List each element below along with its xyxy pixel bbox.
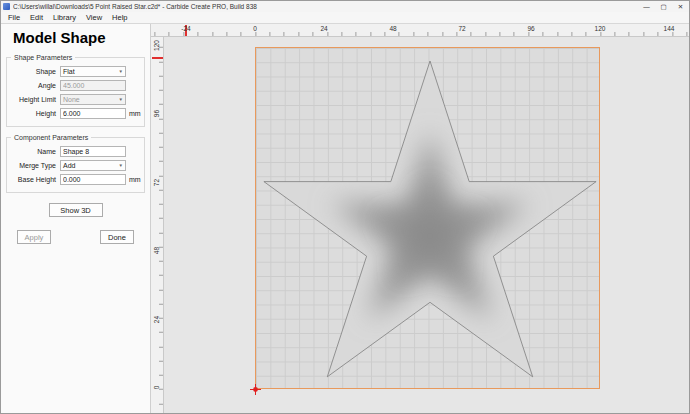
height-limit-label: Height Limit — [10, 96, 56, 103]
done-button[interactable]: Done — [100, 230, 134, 244]
panel-title: Model Shape — [13, 29, 150, 46]
close-button[interactable]: ✕ — [672, 1, 689, 12]
shape-select[interactable]: Flat ▼ — [60, 66, 126, 77]
field-row: Height mm — [10, 108, 141, 119]
origin-marker — [250, 384, 261, 395]
height-unit: mm — [129, 110, 141, 117]
menu-bar: FileEditLibraryViewHelp — [1, 12, 689, 24]
model-shape-panel: Model Shape Shape Parameters Shape Flat … — [1, 24, 151, 413]
ruler-top: -24024487296120144 — [151, 24, 689, 37]
shape-select-value: Flat — [63, 68, 75, 75]
field-row: Name — [10, 146, 141, 157]
show-3d-button[interactable]: Show 3D — [49, 203, 103, 217]
maximize-button[interactable]: ▢ — [655, 1, 672, 12]
ruler-top-label: 48 — [389, 25, 396, 32]
app-icon — [3, 3, 10, 10]
ruler-top-label: 144 — [664, 25, 675, 32]
ruler-top-ticks — [151, 32, 689, 36]
field-row: Merge Type Add ▼ — [10, 160, 141, 171]
height-input[interactable] — [60, 108, 126, 119]
ruler-top-label: 72 — [458, 25, 465, 32]
ruler-top-label: 0 — [253, 25, 257, 32]
name-label: Name — [10, 148, 56, 155]
field-row: Shape Flat ▼ — [10, 66, 141, 77]
component-parameters-title: Component Parameters — [11, 134, 91, 141]
shape-parameters-group: Shape Parameters Shape Flat ▼ Angle Heig… — [6, 57, 145, 127]
ruler-left-ticks — [159, 24, 163, 413]
ruler-top-label: 120 — [595, 25, 606, 32]
height-limit-select-value: None — [63, 96, 80, 103]
title-bar: C:\Users\willal\Downloads\5 Point Raised… — [1, 1, 689, 12]
ruler-top-label: 96 — [527, 25, 534, 32]
ruler-top-label: -24 — [181, 25, 190, 32]
field-row: Angle — [10, 80, 141, 91]
menu-item[interactable]: Library — [48, 12, 81, 23]
angle-label: Angle — [10, 82, 56, 89]
chevron-down-icon: ▼ — [119, 163, 123, 168]
chevron-down-icon: ▼ — [119, 97, 123, 102]
ruler-left-label: 96 — [153, 107, 160, 120]
cursor-position-indicator-y — [152, 57, 163, 59]
angle-input[interactable] — [60, 80, 126, 91]
menu-item[interactable]: Help — [107, 12, 132, 23]
height-limit-select[interactable]: None ▼ — [60, 94, 126, 105]
base-height-label: Base Height — [10, 176, 56, 183]
field-row: Base Height mm — [10, 174, 141, 185]
ruler-left: 120967248240 — [151, 24, 164, 413]
app-window: C:\Users\willal\Downloads\5 Point Raised… — [0, 0, 690, 414]
component-parameters-group: Component Parameters Name Merge Type Add… — [6, 137, 145, 193]
main-area: Model Shape Shape Parameters Shape Flat … — [1, 24, 689, 413]
action-buttons: Apply Done — [1, 230, 150, 244]
ruler-left-label: 24 — [153, 313, 160, 326]
minimize-button[interactable]: — — [638, 1, 655, 12]
ruler-left-label: 120 — [153, 39, 160, 52]
menu-item[interactable]: Edit — [25, 12, 48, 23]
ruler-left-label: 72 — [153, 176, 160, 189]
ruler-left-label: 48 — [153, 244, 160, 257]
shape-label: Shape — [10, 68, 56, 75]
height-label: Height — [10, 110, 56, 117]
name-input[interactable] — [60, 146, 126, 157]
field-row: Height Limit None ▼ — [10, 94, 141, 105]
star-shape[interactable] — [151, 24, 689, 413]
base-height-input[interactable] — [60, 174, 126, 185]
ruler-left-label: 0 — [153, 381, 160, 394]
base-height-unit: mm — [129, 176, 141, 183]
ruler-top-label: 24 — [320, 25, 327, 32]
design-canvas[interactable]: -24024487296120144 120967248240 — [151, 24, 689, 413]
chevron-down-icon: ▼ — [119, 69, 123, 74]
menu-item[interactable]: File — [3, 12, 25, 23]
apply-button[interactable]: Apply — [17, 230, 51, 244]
merge-type-label: Merge Type — [10, 162, 56, 169]
window-title: C:\Users\willal\Downloads\5 Point Raised… — [13, 3, 638, 10]
merge-type-select[interactable]: Add ▼ — [60, 160, 126, 171]
shape-parameters-title: Shape Parameters — [11, 54, 75, 61]
merge-type-select-value: Add — [63, 162, 75, 169]
menu-item[interactable]: View — [81, 12, 107, 23]
